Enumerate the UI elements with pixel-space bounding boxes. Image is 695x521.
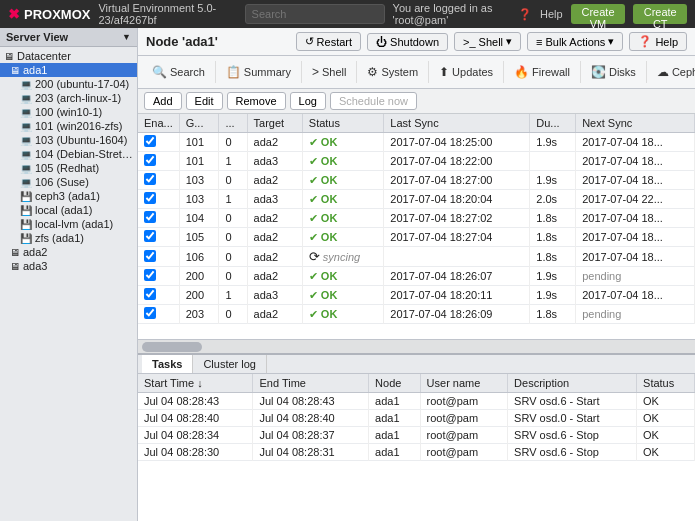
row-checkbox-0[interactable] xyxy=(144,135,156,147)
sidebar-item-ada2[interactable]: 🖥ada2 xyxy=(0,245,137,259)
subnav-item-updates[interactable]: ⬆Updates xyxy=(429,61,504,83)
bottom-tab-cluster_log[interactable]: Cluster log xyxy=(193,355,267,373)
tree-label-ada3: ada3 xyxy=(23,260,47,272)
sidebar-item-vm200[interactable]: 💻200 (ubuntu-17-04) xyxy=(0,77,137,91)
sidebar-item-locallvm[interactable]: 💾local-lvm (ada1) xyxy=(0,217,137,231)
table-cell-status: ✔ OK xyxy=(302,190,384,209)
sidebar-item-vm103[interactable]: 💻103 (Ubuntu-1604) xyxy=(0,133,137,147)
sidebar-item-ada3[interactable]: 🖥ada3 xyxy=(0,259,137,273)
search-input[interactable] xyxy=(245,4,385,24)
status-ok-text: OK xyxy=(321,212,338,224)
create-ct-button[interactable]: Create CT xyxy=(633,4,687,24)
sidebar-item-vm203[interactable]: 💻203 (arch-linux-1) xyxy=(0,91,137,105)
row-checkbox-8[interactable] xyxy=(144,288,156,300)
horizontal-scrollbar[interactable] xyxy=(138,339,695,353)
table-cell-status: ✔ OK xyxy=(302,305,384,324)
add-button[interactable]: Add xyxy=(144,92,182,110)
tree-label-vm200: 200 (ubuntu-17-04) xyxy=(35,78,129,90)
scrollbar-thumb[interactable] xyxy=(142,342,202,352)
create-vm-button[interactable]: Create VM xyxy=(571,4,626,24)
row-checkbox-4[interactable] xyxy=(144,211,156,223)
log-button[interactable]: Log xyxy=(290,92,326,110)
table-cell: 0 xyxy=(219,247,247,267)
sidebar-item-vm100[interactable]: 💻100 (win10-1) xyxy=(0,105,137,119)
sidebar-item-vm106[interactable]: 💻106 (Suse) xyxy=(0,175,137,189)
status-ok-icon: ✔ xyxy=(309,231,318,243)
status-ok-text: OK xyxy=(321,231,338,243)
subnav-icon-firewall: 🔥 xyxy=(514,65,529,79)
tree-label-vm100: 100 (win10-1) xyxy=(35,106,102,118)
sidebar-item-ceph3[interactable]: 💾ceph3 (ada1) xyxy=(0,189,137,203)
sidebar-item-vm105[interactable]: 💻105 (Redhat) xyxy=(0,161,137,175)
sidebar-item-vm104[interactable]: 💻104 (Debian-Stretch) xyxy=(0,147,137,161)
table-cell: 2017-07-04 18:22:00 xyxy=(384,152,530,171)
tree-label-vm101: 101 (win2016-zfs) xyxy=(35,120,122,132)
table-cell xyxy=(530,152,576,171)
table-cell: 200 xyxy=(179,267,219,286)
sidebar-item-vm101[interactable]: 💻101 (win2016-zfs) xyxy=(0,119,137,133)
table-row: 1031ada3✔ OK2017-07-04 18:20:042.0s2017-… xyxy=(138,190,695,209)
row-checkbox-7[interactable] xyxy=(144,269,156,281)
table-cell: 2017-07-04 18... xyxy=(576,152,695,171)
bottom-table-cell: SRV osd.0 - Start xyxy=(508,410,637,427)
subnav-item-shell[interactable]: >Shell xyxy=(302,61,357,83)
subnav-label-system: System xyxy=(381,66,418,78)
table-cell: 2017-07-04 18:25:00 xyxy=(384,133,530,152)
bottom-table-cell: root@pam xyxy=(420,444,508,461)
edit-button[interactable]: Edit xyxy=(186,92,223,110)
table-cell-status: ✔ OK xyxy=(302,209,384,228)
subnav-label-ceph: Ceph xyxy=(672,66,695,78)
table-cell: 0 xyxy=(219,133,247,152)
bottom-table-row: Jul 04 08:28:30Jul 04 08:28:31ada1root@p… xyxy=(138,444,695,461)
subnav-item-firewall[interactable]: 🔥Firewall xyxy=(504,61,581,83)
toolbar: Add Edit Remove Log Schedule now xyxy=(138,89,695,114)
restart-button[interactable]: ↺ Restart xyxy=(296,32,361,51)
col-next-sync: Next Sync xyxy=(576,114,695,133)
status-syncing-text: syncing xyxy=(323,251,360,263)
subnav-item-system[interactable]: ⚙System xyxy=(357,61,429,83)
sidebar-item-ada1[interactable]: 🖥ada1 xyxy=(0,63,137,77)
schedule-now-button[interactable]: Schedule now xyxy=(330,92,417,110)
row-checkbox-5[interactable] xyxy=(144,230,156,242)
table-cell-status: ⟳ syncing xyxy=(302,247,384,267)
row-checkbox-3[interactable] xyxy=(144,192,156,204)
bottom-table-cell: SRV osd.6 - Stop xyxy=(508,444,637,461)
sidebar-item-local[interactable]: 💾local (ada1) xyxy=(0,203,137,217)
bottom-table-cell: Jul 04 08:28:31 xyxy=(253,444,369,461)
remove-button[interactable]: Remove xyxy=(227,92,286,110)
tree-label-vm103: 103 (Ubuntu-1604) xyxy=(35,134,127,146)
table-cell: 2017-07-04 18:27:00 xyxy=(384,171,530,190)
node-title: Node 'ada1' xyxy=(146,34,290,49)
row-checkbox-6[interactable] xyxy=(144,250,156,262)
bottom-table-wrapper: Start Time ↓End TimeNodeUser nameDescrip… xyxy=(138,374,695,521)
help-header-button[interactable]: ❓ Help xyxy=(629,32,687,51)
sidebar-item-datacenter[interactable]: 🖥Datacenter xyxy=(0,49,137,63)
shell-button[interactable]: >_ Shell ▾ xyxy=(454,32,521,51)
row-checkbox-9[interactable] xyxy=(144,307,156,319)
shutdown-button[interactable]: ⏻ Shutdown xyxy=(367,33,448,51)
table-cell: ada2 xyxy=(247,267,302,286)
table-cell: 101 xyxy=(179,133,219,152)
subnav-item-summary[interactable]: 📋Summary xyxy=(216,61,302,83)
pending-text: pending xyxy=(582,308,621,320)
subnav-item-disks[interactable]: 💽Disks xyxy=(581,61,647,83)
row-checkbox-2[interactable] xyxy=(144,173,156,185)
tree-label-vm106: 106 (Suse) xyxy=(35,176,89,188)
subnav-item-ceph[interactable]: ☁Ceph xyxy=(647,61,695,83)
tree-icon-zfs: 💾 xyxy=(20,233,32,244)
bulk-actions-button[interactable]: ≡ Bulk Actions ▾ xyxy=(527,32,623,51)
table-cell: ada2 xyxy=(247,228,302,247)
tree-icon-locallvm: 💾 xyxy=(20,219,32,230)
topbar: ✖ PROXMOX Virtual Environment 5.0-23/af4… xyxy=(0,0,695,28)
table-cell: 1 xyxy=(219,190,247,209)
status-ok-icon: ✔ xyxy=(309,270,318,282)
subnav-item-search[interactable]: 🔍Search xyxy=(142,61,216,83)
table-row: 1030ada2✔ OK2017-07-04 18:27:001.9s2017-… xyxy=(138,171,695,190)
row-checkbox-1[interactable] xyxy=(144,154,156,166)
bottom-tab-tasks[interactable]: Tasks xyxy=(142,355,193,373)
bottom-table-cell: Jul 04 08:28:30 xyxy=(138,444,253,461)
replication-table: Ena...G......TargetStatusLast SyncDu...N… xyxy=(138,114,695,324)
subnav-label-shell: Shell xyxy=(322,66,346,78)
sidebar-item-zfs[interactable]: 💾zfs (ada1) xyxy=(0,231,137,245)
help-button[interactable]: Help xyxy=(540,8,563,20)
